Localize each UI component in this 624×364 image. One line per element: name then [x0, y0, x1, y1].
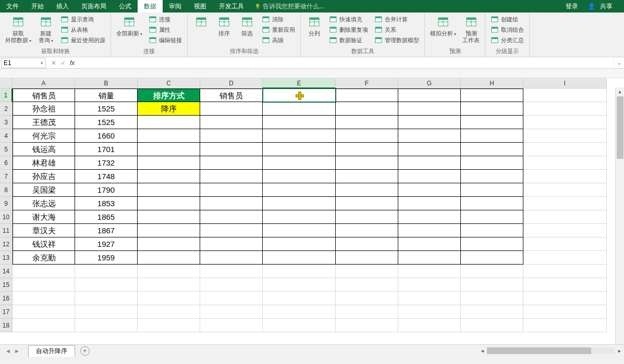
cell-G7[interactable] [398, 170, 461, 183]
sheet-nav-first-icon[interactable]: ◄ [5, 348, 11, 354]
row-header-15[interactable]: 15 [0, 278, 13, 292]
cell-B15[interactable] [75, 278, 138, 292]
cell-I18[interactable] [523, 319, 607, 332]
column-header-C[interactable]: C [138, 78, 200, 89]
cell-C6[interactable] [138, 156, 200, 170]
cell-B5[interactable]: 1701 [75, 143, 138, 156]
row-header-18[interactable]: 18 [0, 319, 13, 332]
cell-E15[interactable] [263, 278, 336, 292]
cell-I7[interactable] [523, 170, 607, 183]
tab-公式[interactable]: 公式 [113, 0, 138, 12]
hscroll-right-icon[interactable]: ► [615, 348, 624, 354]
cell-C9[interactable] [138, 197, 200, 210]
formula-expand-icon[interactable]: ⌄ [614, 57, 624, 68]
cell-H18[interactable] [461, 319, 523, 332]
ribbon-cmd-关系[interactable]: 关系 [372, 25, 421, 34]
ribbon-cmd-重新应用[interactable]: 重新应用 [260, 25, 297, 34]
cell-I11[interactable] [523, 224, 607, 237]
cell-F17[interactable] [336, 305, 398, 319]
horizontal-scrollbar[interactable]: ◄ ► [478, 346, 624, 355]
cell-A6[interactable]: 林君雄 [13, 156, 75, 170]
cell-B7[interactable]: 1748 [75, 170, 138, 183]
ribbon-cmd-清除[interactable]: 清除 [260, 15, 297, 24]
text-to-columns-icon[interactable]: 分列 [304, 14, 325, 38]
ribbon-cmd-最近使用的源[interactable]: 最近使用的源 [58, 35, 107, 45]
ribbon-cmd-显示查询[interactable]: 显示查询 [58, 15, 107, 24]
ribbon-cmd-快速填充[interactable]: 快速填充 [327, 15, 370, 24]
vertical-scrollbar[interactable]: ▲ ▼ [615, 87, 624, 350]
cell-G6[interactable] [398, 156, 461, 170]
cell-G16[interactable] [398, 292, 461, 305]
cell-H14[interactable] [461, 265, 523, 278]
cell-C8[interactable] [138, 183, 200, 197]
cell-E11[interactable] [263, 224, 336, 237]
cell-D2[interactable] [200, 102, 263, 116]
cell-C13[interactable] [138, 251, 200, 265]
formula-input[interactable] [80, 58, 614, 68]
hscroll-thumb[interactable] [487, 347, 591, 354]
cell-H10[interactable] [461, 210, 523, 224]
cell-A1[interactable]: 销售员 [13, 89, 75, 102]
cell-E7[interactable] [263, 170, 336, 183]
cell-H12[interactable] [461, 237, 523, 251]
cell-C12[interactable] [138, 237, 200, 251]
cell-B13[interactable]: 1959 [75, 251, 138, 265]
cell-D6[interactable] [200, 156, 263, 170]
row-header-8[interactable]: 8 [0, 183, 13, 197]
ribbon-cmd-管理数据模型[interactable]: 管理数据模型 [372, 35, 421, 45]
row-header-14[interactable]: 14 [0, 265, 13, 278]
cell-I5[interactable] [523, 143, 607, 156]
cell-D14[interactable] [200, 265, 263, 278]
cell-C15[interactable] [138, 278, 200, 292]
cell-D8[interactable] [200, 183, 263, 197]
cell-G15[interactable] [398, 278, 461, 292]
cell-A8[interactable]: 吴国梁 [13, 183, 75, 197]
cell-C17[interactable] [138, 305, 200, 319]
cell-F1[interactable] [336, 89, 398, 102]
tab-页面布局[interactable]: 页面布局 [75, 0, 113, 12]
cell-F9[interactable] [336, 197, 398, 210]
cell-A9[interactable]: 张志远 [13, 197, 75, 210]
hscroll-left-icon[interactable]: ◄ [478, 348, 487, 354]
cell-A3[interactable]: 王德茂 [13, 116, 75, 129]
cell-H8[interactable] [461, 183, 523, 197]
ribbon-cmd-取消组合[interactable]: 取消组合 [488, 25, 526, 34]
column-header-E[interactable]: E [263, 78, 336, 89]
cell-F4[interactable] [336, 129, 398, 143]
cell-F3[interactable] [336, 116, 398, 129]
cell-B8[interactable]: 1790 [75, 183, 138, 197]
sheet-nav-prev-icon[interactable]: ► [14, 348, 20, 354]
cell-I8[interactable] [523, 183, 607, 197]
row-header-5[interactable]: 5 [0, 143, 13, 156]
row-header-4[interactable]: 4 [0, 129, 13, 143]
cell-E2[interactable] [263, 102, 336, 116]
cell-H4[interactable] [461, 129, 523, 143]
cell-A7[interactable]: 孙应吉 [13, 170, 75, 183]
cell-F6[interactable] [336, 156, 398, 170]
row-header-12[interactable]: 12 [0, 237, 13, 251]
cell-D4[interactable] [200, 129, 263, 143]
cell-E14[interactable] [263, 265, 336, 278]
cell-F18[interactable] [336, 319, 398, 332]
new-query-icon[interactable]: 新建查询 [35, 14, 56, 45]
fx-icon[interactable]: fx [70, 59, 75, 67]
tab-开始[interactable]: 开始 [25, 0, 50, 12]
ribbon-cmd-创建组[interactable]: 创建组 [488, 15, 526, 24]
cell-D12[interactable] [200, 237, 263, 251]
cell-H5[interactable] [461, 143, 523, 156]
cell-E8[interactable] [263, 183, 336, 197]
cell-C3[interactable] [138, 116, 200, 129]
row-header-13[interactable]: 13 [0, 251, 13, 265]
scroll-thumb[interactable] [617, 96, 623, 159]
cell-I10[interactable] [523, 210, 607, 224]
cell-B4[interactable]: 1660 [75, 129, 138, 143]
column-header-F[interactable]: F [336, 78, 398, 89]
cell-C1[interactable]: 排序方式 [138, 89, 200, 102]
cell-I6[interactable] [523, 156, 607, 170]
cell-G2[interactable] [398, 102, 461, 116]
login-link[interactable]: 登录 [562, 2, 581, 11]
cell-H17[interactable] [461, 305, 523, 319]
cell-E1[interactable] [263, 89, 336, 102]
cell-C16[interactable] [138, 292, 200, 305]
cell-A17[interactable] [13, 305, 75, 319]
